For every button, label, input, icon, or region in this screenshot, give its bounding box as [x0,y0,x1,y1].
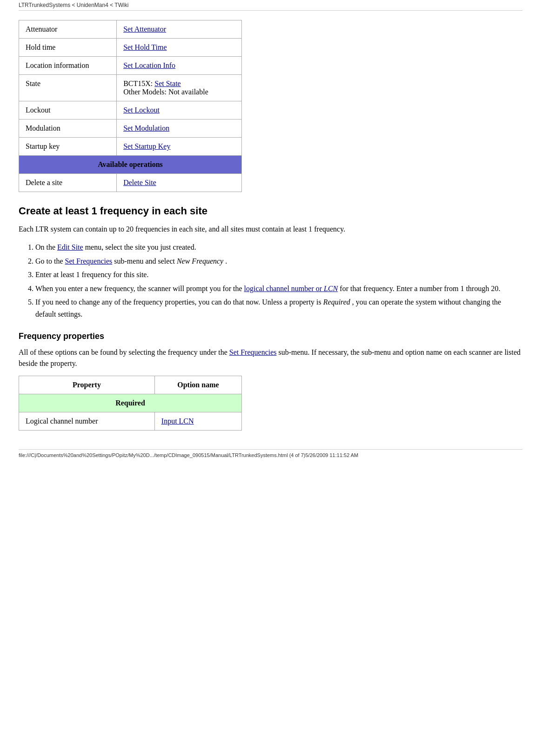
option-delete-site: Delete Site [117,174,242,192]
input-lcn-link[interactable]: Input LCN [161,417,194,425]
col-property-header: Property [19,376,155,394]
table-row: Logical channel number Input LCN [19,412,242,430]
breadcrumb: LTRTrunkedSystems < UnidenMan4 < TWiki [19,0,522,11]
set-hold-time-link[interactable]: Set Hold Time [123,43,167,51]
set-attenuator-link[interactable]: Set Attenuator [123,25,166,33]
option-location-info: Set Location Info [117,57,242,75]
available-ops-row: Available operations [19,156,242,174]
delete-site-link[interactable]: Delete Site [123,179,156,186]
section1-heading: Create at least 1 frequency in each site [19,205,522,217]
edit-site-link[interactable]: Edit Site [57,243,83,251]
table-row: Lockout Set Lockout [19,101,242,119]
property-modulation: Modulation [19,119,117,138]
table-row: Modulation Set Modulation [19,119,242,138]
property-lcn: Logical channel number [19,412,155,430]
set-location-info-link[interactable]: Set Location Info [123,61,175,69]
option-lcn: Input LCN [154,412,241,430]
table-row: Hold time Set Hold Time [19,39,242,57]
steps-list: On the Edit Site menu, select the site y… [35,241,522,320]
option-modulation: Set Modulation [117,119,242,138]
section2-heading: Frequency properties [19,332,522,341]
option-state: BCT15X: Set StateOther Models: Not avail… [117,75,242,101]
table-row: Location information Set Location Info [19,57,242,75]
table-row: State BCT15X: Set StateOther Models: Not… [19,75,242,101]
required-row: Required [19,394,242,412]
section2-paragraph: All of these options can be found by sel… [19,347,522,369]
set-frequencies-link-1[interactable]: Set Frequencies [65,257,113,265]
list-item: On the Edit Site menu, select the site y… [35,241,522,253]
list-item: If you need to change any of the frequen… [35,296,522,320]
property-attenuator: Attenuator [19,20,117,39]
property-location-info: Location information [19,57,117,75]
set-startup-key-link[interactable]: Set Startup Key [123,142,170,150]
option-hold-time: Set Hold Time [117,39,242,57]
property-state: State [19,75,117,101]
option-startup-key: Set Startup Key [117,138,242,156]
table-row: Attenuator Set Attenuator [19,20,242,39]
site-properties-table: Attenuator Set Attenuator Hold time Set … [19,20,242,192]
available-ops-label: Available operations [19,156,242,174]
list-item: When you enter a new frequency, the scan… [35,283,522,295]
col-option-header: Option name [154,376,241,394]
property-delete-site: Delete a site [19,174,117,192]
option-lockout: Set Lockout [117,101,242,119]
property-hold-time: Hold time [19,39,117,57]
property-lockout: Lockout [19,101,117,119]
option-attenuator: Set Attenuator [117,20,242,39]
main-content: Attenuator Set Attenuator Hold time Set … [19,20,522,431]
set-frequencies-link-2[interactable]: Set Frequencies [229,348,277,356]
property-startup-key: Startup key [19,138,117,156]
required-label: Required [19,394,242,412]
set-modulation-link[interactable]: Set Modulation [123,124,169,132]
table-row: Delete a site Delete Site [19,174,242,192]
table-row: Startup key Set Startup Key [19,138,242,156]
table-header-row: Property Option name [19,376,242,394]
list-item: Enter at least 1 frequency for this site… [35,269,522,281]
list-item: Go to the Set Frequencies sub-menu and s… [35,255,522,267]
frequency-properties-table: Property Option name Required Logical ch… [19,376,242,431]
set-lockout-link[interactable]: Set Lockout [123,106,160,114]
set-state-link[interactable]: Set State [154,80,180,87]
lcn-link[interactable]: logical channel number or LCN [244,285,338,292]
section1-paragraph: Each LTR system can contain up to 20 fre… [19,224,522,235]
footer-bar: file:///C|/Documents%20and%20Settings/PO… [19,449,522,461]
